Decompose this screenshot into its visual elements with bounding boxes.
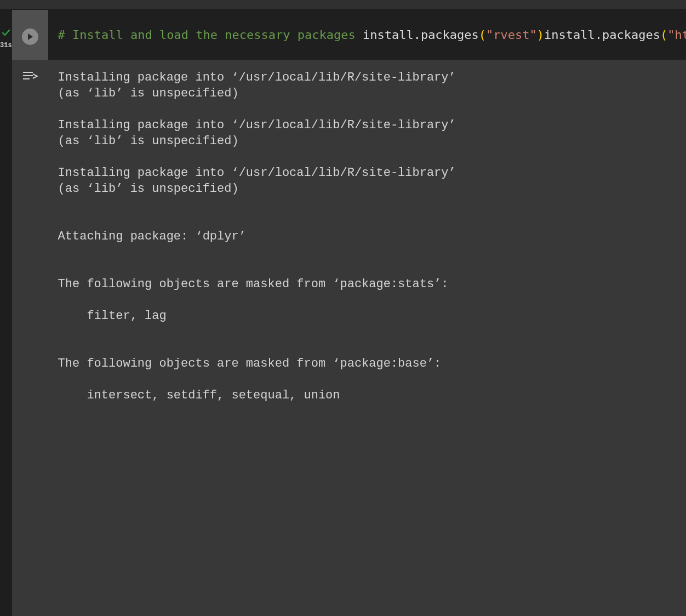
output-row: Installing package into ‘/usr/local/lib/… [12,60,686,616]
code-row: # Install and load the necessary package… [12,10,686,60]
top-bar [0,0,686,10]
check-icon [2,28,10,39]
code-editor[interactable]: # Install and load the necessary package… [48,10,686,60]
code-cell: 31s # Install and load the necessary pac… [0,10,686,616]
play-icon [26,33,34,41]
execution-duration: 31s [0,42,12,49]
run-gutter [12,10,48,60]
run-cell-button[interactable] [22,28,38,45]
output-gutter [12,60,48,616]
notebook: 31s # Install and load the necessary pac… [0,0,686,616]
output-flow-icon [22,70,38,616]
cell-output: Installing package into ‘/usr/local/lib/… [48,60,686,616]
execution-status-column: 31s [0,10,12,616]
